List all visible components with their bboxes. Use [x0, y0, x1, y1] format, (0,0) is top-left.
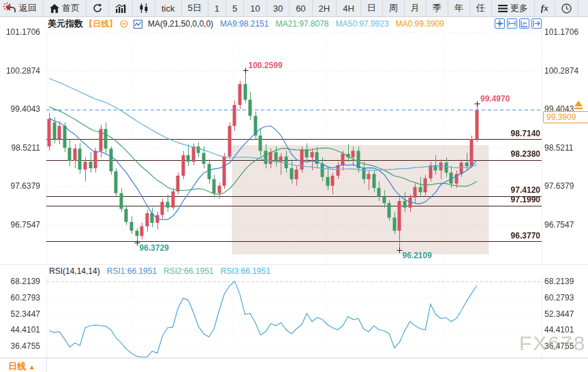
toolbar-item-clock[interactable] — [555, 0, 578, 16]
price-line-label: 97.1990 — [46, 195, 540, 204]
period-dropdown-label: 日线 — [8, 361, 26, 371]
rsi-settings-label[interactable]: RSI(14,14,14) — [49, 266, 100, 276]
toolbar-item-day[interactable]: 日 — [361, 0, 383, 16]
price-line-label: 98.7140 — [46, 129, 540, 138]
toolbar-item-label: 返回 — [19, 2, 37, 14]
main-y-tick-label: 98.5211 — [0, 143, 43, 153]
toolbar-item-label: fx — [541, 3, 548, 14]
toolbar-item-home[interactable]: 首页 — [44, 0, 87, 16]
chart-tool-buttons — [495, 18, 542, 29]
toolbar-item-label: 月 — [411, 2, 420, 14]
crosshair-tool-icon[interactable] — [495, 18, 505, 29]
toolbar-item-4hour[interactable]: 4H — [337, 0, 361, 16]
price-line-label: 97.4120 — [46, 185, 540, 195]
toolbar-item-label: 任 — [476, 2, 485, 14]
toolbar: 返回首页tick5日151030602H4H日周月季年任更多fx — [0, 0, 588, 17]
toolbar-item-label: 季 — [433, 2, 442, 14]
toolbar-item-10min[interactable]: 10 — [244, 0, 266, 16]
toolbar-item-quarter[interactable]: 季 — [427, 0, 448, 16]
toolbar-item-candlestick[interactable] — [133, 0, 155, 16]
toolbar-item-refresh[interactable] — [87, 0, 109, 16]
toolbar-item-label: 周 — [389, 2, 398, 14]
toolbar-item-bar-chart[interactable] — [109, 0, 133, 16]
period-dropdown[interactable]: 日线 ▲ — [8, 360, 35, 372]
toolbar-item-5day[interactable]: 5日 — [182, 0, 208, 16]
ma50-value: MA50:97.9923 — [336, 19, 389, 29]
main-y-tick-label: 100.2874 — [0, 66, 43, 76]
main-y-tick-label: 96.7547 — [0, 220, 43, 230]
toolbar-item-2hour[interactable]: 2H — [313, 0, 337, 16]
toolbar-item-30min[interactable]: 30 — [267, 0, 290, 16]
kline-legend-icon[interactable] — [134, 20, 142, 29]
bars-icon — [115, 4, 126, 13]
toolbar-item-fx[interactable]: fx — [535, 0, 555, 16]
axis-scale-tool-icon[interactable] — [519, 18, 529, 29]
rsi-y-tick-label: 68.2139 — [544, 277, 587, 286]
price-annotation: 100.2599 — [249, 61, 283, 70]
scroll-to-latest-icon[interactable] — [573, 100, 584, 112]
candle-icon — [139, 3, 149, 13]
main-y-tick-label: 98.5211 — [544, 143, 587, 153]
toolbar-item-year[interactable]: 年 — [448, 0, 470, 16]
toolbar-item-label: 首页 — [62, 2, 80, 14]
price-line-label: 96.3770 — [46, 231, 540, 241]
toolbar-item-label: tick — [161, 3, 175, 14]
toolbar-item-label: 2H — [319, 3, 330, 14]
menu-icon — [498, 5, 508, 12]
main-y-tick-label: 101.1706 — [0, 27, 43, 37]
indicator-settings-icon[interactable] — [3, 1, 12, 14]
symbol-name: 美元指数 — [48, 18, 83, 30]
main-y-tick-label: 96.7547 — [544, 220, 587, 230]
toolbar-item-tick[interactable]: tick — [155, 0, 182, 16]
toolbar-item-label: 60 — [296, 3, 305, 14]
rsi-header: RSI(14,14,14) RSI1:66.1951 RSI2:66.1951 … — [0, 264, 588, 277]
toolbar-item-month[interactable]: 月 — [405, 0, 427, 16]
toolbar-item-5min[interactable]: 5 — [226, 0, 244, 16]
main-y-tick-label: 97.6379 — [544, 181, 587, 191]
current-price-box: 99.3909 — [543, 111, 588, 123]
rsi1-value: RSI1:66.1951 — [107, 266, 157, 276]
measure-tool-icon[interactable] — [507, 18, 517, 29]
main-y-tick-label: 101.1706 — [544, 27, 587, 37]
toolbar-item-label: 1 — [215, 3, 219, 14]
toolbar-item-label: 5 — [232, 3, 237, 14]
toolbar-item-label: 日 — [367, 2, 376, 14]
main-y-tick-label: 100.2874 — [544, 66, 587, 76]
rsi-y-tick-label: 60.2793 — [544, 293, 587, 303]
watermark: FX678 — [519, 332, 586, 355]
price-line-label: 98.2380 — [46, 149, 540, 159]
ma-settings-label[interactable]: MA(9,21,50,0,0,0) — [148, 19, 213, 29]
toolbar-item-1min[interactable]: 1 — [208, 0, 226, 16]
chart-header: 美元指数 【日线】 MA(9,21,50,0,0,0) MA9:98.2151 … — [0, 17, 588, 31]
chevron-up-icon: ▲ — [29, 363, 35, 371]
toolbar-item-week[interactable]: 周 — [383, 0, 405, 16]
ma0-value: MA0:99.3909 — [396, 19, 444, 29]
toolbar-item-label: 5日 — [188, 2, 202, 14]
period-tag: 【日线】 — [84, 18, 117, 30]
toolbar-item-label: 更多 — [510, 2, 528, 14]
toolbar-item-label: 30 — [273, 3, 283, 14]
refresh-icon — [93, 3, 102, 13]
main-y-tick-label: 99.4043 — [0, 104, 43, 114]
clock-icon — [561, 3, 572, 14]
price-annotation: 96.3729 — [140, 243, 169, 253]
toolbar-item-more[interactable]: 更多 — [492, 0, 535, 16]
collapse-icon[interactable] — [120, 20, 128, 28]
rsi3-value: RSI3:66.1951 — [221, 266, 270, 276]
chart-app: 返回首页tick5日151030602H4H日周月季年任更多fx 美元指数 【日… — [0, 0, 588, 372]
toolbar-item-custom[interactable]: 任 — [470, 0, 492, 16]
main-y-tick-label: 97.6379 — [0, 181, 43, 191]
rsi2-value: RSI2:66.1951 — [164, 266, 213, 276]
rsi-y-tick-label: 44.4101 — [0, 325, 43, 335]
rsi-y-tick-label: 60.2793 — [0, 293, 43, 303]
rsi-y-tick-label: 52.3447 — [544, 309, 587, 319]
time-axis-bar: 日线 ▲ — [0, 358, 588, 372]
ma9-value: MA9:98.2151 — [220, 19, 268, 29]
toolbar-item-label: 4H — [343, 3, 354, 14]
price-annotation: 96.2109 — [402, 251, 431, 260]
ma21-value: MA21:97.8078 — [275, 19, 328, 29]
toolbar-item-60min[interactable]: 60 — [290, 0, 312, 16]
rsi-y-tick-label: 68.2139 — [0, 277, 43, 286]
rsi-y-tick-label: 36.4755 — [0, 341, 43, 351]
pan-right-tool-icon[interactable] — [531, 18, 542, 29]
